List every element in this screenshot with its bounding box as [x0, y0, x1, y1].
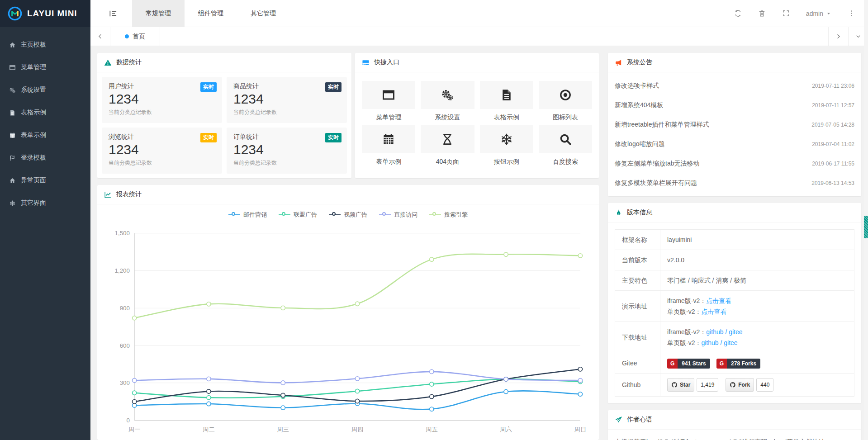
quick-entry-icon	[500, 132, 513, 146]
quick-entry-item[interactable]: 404页面	[421, 125, 474, 170]
main-area: 常规管理组件管理其它管理 admin 首页	[90, 0, 868, 440]
quick-entry-icon	[382, 132, 395, 146]
table-row: 主要特色 零门槛 / 响应式 / 清爽 / 极简	[615, 270, 854, 291]
github-star-button[interactable]: Star	[667, 378, 694, 392]
sidebar-item-icon	[9, 109, 16, 116]
version-row-label: 当前版本	[615, 250, 660, 270]
sidebar-item-icon	[9, 87, 16, 94]
announcement-date: 2019-06-13 14:53	[811, 180, 854, 186]
stat-card: 浏览统计 1234 当前分类总记录数 实时	[102, 128, 222, 174]
more-menu-button[interactable]	[848, 9, 855, 17]
github-link[interactable]: github	[701, 339, 718, 346]
scrollbar[interactable]	[864, 0, 868, 440]
stat-title: 商品统计	[233, 82, 340, 90]
stat-badge: 实时	[200, 82, 217, 92]
sidebar-item[interactable]: 登录模板	[0, 147, 90, 169]
header-action-button[interactable]	[758, 9, 766, 17]
caret-down-icon	[826, 11, 831, 16]
legend-marker	[329, 212, 341, 218]
github-icon	[671, 382, 678, 388]
quick-entry-label: 图标列表	[539, 109, 592, 125]
version-row-value: iframe版-v2：点击查看 单页版-v2：点击查看	[660, 291, 854, 322]
announcement-row: 修改logo缩放问题 2019-07-04 11:02	[615, 134, 854, 154]
legend-item[interactable]: 搜索引擎	[429, 211, 468, 219]
sidebar-item-label: 系统设置	[21, 86, 46, 94]
quick-entry-item[interactable]: 图标列表	[539, 81, 592, 125]
quick-entry-item[interactable]: 系统设置	[421, 81, 474, 125]
announcement-row: 新增treetable插件和菜单管理样式 2019-07-05 14:28	[615, 115, 854, 134]
panel-title: 版本信息	[627, 208, 652, 217]
sidebar-item[interactable]: 菜单管理	[0, 56, 90, 79]
gitee-stars-badge[interactable]: G941 Stars	[667, 359, 710, 369]
svg-text:周六: 周六	[500, 426, 512, 433]
tab-home[interactable]: 首页	[110, 27, 160, 46]
tab-prev-button[interactable]	[90, 27, 110, 46]
admin-username: admin	[806, 10, 823, 17]
header-tab[interactable]: 常规管理	[132, 0, 185, 27]
scrollbar-thumb[interactable]	[864, 216, 868, 238]
legend-item[interactable]: 邮件营销	[228, 211, 267, 219]
quick-entry-item[interactable]: 按钮示例	[480, 125, 533, 170]
admin-dropdown[interactable]: admin	[806, 10, 831, 17]
sidebar-collapse-button[interactable]	[108, 9, 119, 18]
report-chart: 03006009001,2001,500周一周二周三周四周五周六周日	[97, 222, 599, 440]
header-tab[interactable]: 其它管理	[237, 0, 289, 27]
author-notes-body: 本模板基于layui2.5.4以及font-awesome-4.7.0进行实现。…	[608, 430, 861, 440]
legend-label: 邮件营销	[243, 211, 267, 219]
demo-link[interactable]: 点击查看	[706, 297, 731, 304]
version-info-panel: 版本信息 框架名称 layuimini 当前版本 v2.0.0 主要特色 零门槛…	[608, 203, 861, 403]
stat-title: 用户统计	[109, 82, 215, 90]
announcement-date: 2019-07-05 14:28	[811, 122, 854, 128]
header-actions	[734, 9, 790, 17]
svg-text:300: 300	[120, 379, 130, 386]
quick-entry-item[interactable]: 百度搜索	[539, 125, 592, 170]
right-column: 系统公告 修改选项卡样式 2019-07-11 23:06 新增系统404模板 …	[608, 53, 861, 440]
version-table: 框架名称 layuimini 当前版本 v2.0.0 主要特色 零门槛 / 响应…	[615, 229, 854, 397]
announcement-date: 2019-07-11 12:57	[812, 102, 854, 109]
demo-link[interactable]: 点击查看	[701, 308, 726, 315]
top-header: 常规管理组件管理其它管理 admin	[90, 0, 868, 27]
legend-item[interactable]: 联盟广告	[279, 211, 317, 219]
gitee-link[interactable]: gitee	[729, 328, 742, 336]
version-row-label: Gitee	[615, 353, 660, 374]
announcement-title: 修改logo缩放问题	[615, 140, 664, 148]
github-star-count[interactable]: 1,419	[697, 378, 718, 392]
gitee-forks-badge[interactable]: G278 Forks	[716, 359, 760, 369]
page-content: 数据统计 用户统计 1234 当前分类总记录数 实时 商品统计 1234	[90, 46, 868, 440]
header-action-button[interactable]	[782, 9, 790, 17]
sidebar-item[interactable]: 系统设置	[0, 79, 90, 101]
version-row-value: Star 1,419 Fork 440	[660, 374, 854, 397]
sidebar-item[interactable]: 其它界面	[0, 192, 90, 214]
quick-entry-item[interactable]: 表单示例	[362, 125, 415, 170]
github-fork-count[interactable]: 440	[756, 378, 773, 392]
quick-entry-item[interactable]: 表格示例	[480, 81, 533, 125]
version-row-value: iframe版-v2：github / gitee 单页版-v2：github …	[660, 322, 854, 353]
app-logo: LAYUI MINI	[0, 0, 90, 27]
svg-text:周三: 周三	[277, 426, 289, 433]
github-link[interactable]: github	[706, 328, 723, 336]
header-tab[interactable]: 组件管理	[185, 0, 237, 27]
sidebar-item[interactable]: 主页模板	[0, 33, 90, 56]
announcement-date: 2019-07-11 23:06	[812, 83, 854, 89]
link-separator: /	[719, 339, 724, 346]
sidebar-item[interactable]: 异常页面	[0, 169, 90, 192]
sidebar-item[interactable]: 表格示例	[0, 101, 90, 124]
svg-text:周四: 周四	[351, 426, 364, 433]
report-stats-panel: 报表统计 邮件营销 联盟广告 视频广告	[97, 185, 599, 440]
legend-marker	[379, 212, 391, 218]
gitee-link[interactable]: gitee	[724, 339, 737, 346]
header-action-button[interactable]	[734, 9, 742, 17]
author-notes-panel: 作者心语 本模板基于layui2.5.4以及font-awesome-4.7.0…	[608, 410, 861, 440]
stat-title: 订单统计	[233, 133, 340, 141]
announcement-row: 新增系统404模板 2019-07-11 12:57	[615, 95, 854, 115]
version-row-label: Github	[615, 374, 660, 397]
stat-value: 1234	[233, 142, 340, 157]
sidebar-item[interactable]: 表单示例	[0, 124, 90, 147]
stat-title: 浏览统计	[109, 133, 215, 141]
tab-next-button[interactable]	[828, 27, 848, 46]
quick-entry-item[interactable]: 菜单管理	[362, 81, 415, 125]
legend-item[interactable]: 直接访问	[379, 211, 417, 219]
legend-item[interactable]: 视频广告	[329, 211, 367, 219]
sidebar-item-icon	[9, 42, 16, 48]
github-fork-button[interactable]: Fork	[726, 378, 754, 392]
